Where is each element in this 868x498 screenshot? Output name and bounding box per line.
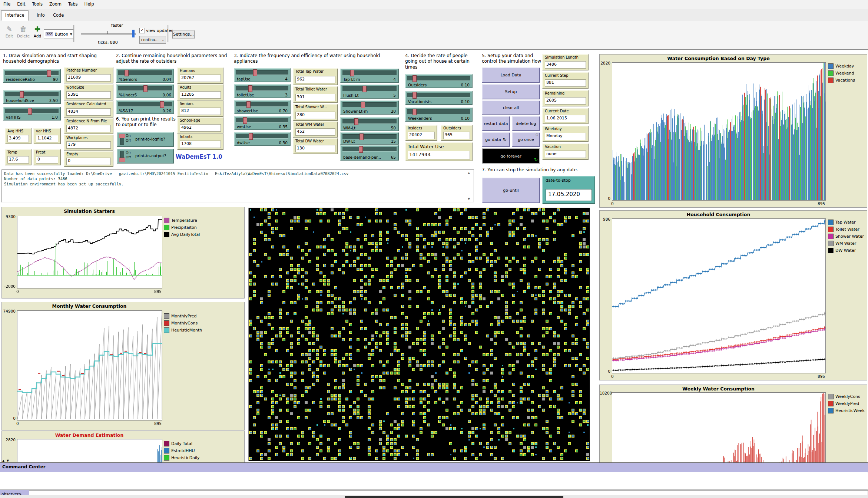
switch-knob[interactable] (119, 134, 125, 138)
settings-button[interactable]: Settings... (172, 30, 195, 39)
slider-handle[interactable] (253, 69, 257, 76)
slider-handle[interactable] (354, 118, 358, 125)
edit-button[interactable]: ✎ Edit (2, 24, 16, 38)
slider-handle[interactable] (249, 133, 253, 140)
menu-item-tools[interactable]: Tools (29, 0, 46, 8)
slider-weekenders[interactable]: Weekenders0.10 (405, 108, 473, 122)
slider-track[interactable] (342, 119, 397, 124)
slider-handle[interactable] (350, 70, 354, 76)
button-load-data[interactable]: Load Data (482, 67, 540, 83)
tab-code[interactable]: Code (49, 11, 67, 19)
slider-track[interactable] (236, 134, 288, 139)
update-mode-dropdown[interactable]: continu... ⌄ (139, 36, 166, 44)
slider-track[interactable] (407, 93, 470, 98)
tab-info[interactable]: Info (33, 11, 49, 19)
switch-knob[interactable] (119, 158, 125, 162)
slider-pct-seniors[interactable]: %Seniors0.04 (116, 69, 174, 83)
slider-handle[interactable] (28, 108, 32, 115)
button-go-data[interactable]: go-data↻ (482, 132, 510, 147)
slider-track[interactable] (236, 70, 288, 75)
world-view[interactable] (248, 208, 590, 461)
slider-toiletUse[interactable]: toiletUse3 (234, 84, 291, 98)
slider-track[interactable] (236, 102, 288, 107)
button-clear-all[interactable]: clear-all (482, 100, 540, 115)
slider-flush-lt[interactable]: Flush-Lt5 (340, 85, 399, 99)
slider-pct-under5[interactable]: %Under50.06 (116, 84, 174, 98)
slider-dwUse[interactable]: dwUse0.30 (234, 132, 291, 146)
switch-print-to-output[interactable]: OnOffprint-to-output? (117, 149, 174, 164)
slider-residenceRatio[interactable]: residenceRatio90 (3, 69, 61, 83)
slider-varHHS[interactable]: varHHS1.0 (3, 107, 61, 121)
slider-tapUse[interactable]: tapUse4 (234, 68, 291, 82)
widget-type-dropdown[interactable]: abc Button ▼ (44, 29, 74, 39)
button-go-forever[interactable]: go forever↻ (482, 148, 540, 164)
slider-handle[interactable] (160, 101, 164, 108)
slider-track[interactable] (342, 102, 397, 107)
slider-handle[interactable] (359, 146, 363, 153)
slider-handle[interactable] (246, 101, 251, 108)
slider-track[interactable] (342, 86, 397, 91)
world-view-canvas[interactable] (249, 208, 589, 460)
slider-householdSize[interactable]: householdSize3.50 (3, 90, 61, 104)
plot-scroll-down-icon[interactable]: ▼ (7, 459, 9, 462)
slider-handle[interactable] (143, 85, 148, 92)
menu-item-edit[interactable]: Edit (14, 0, 29, 8)
switch-print-to-logfile[interactable]: OnOffprint-to-logfile? (117, 132, 174, 147)
slider-dw-lt[interactable]: DW-Lt15 (340, 132, 399, 145)
delete-button[interactable]: 🗑 Delete (16, 24, 30, 38)
monitor-worldSize: worldSize5391 (64, 84, 113, 100)
slider-track[interactable] (407, 109, 470, 114)
slider-handle[interactable] (125, 70, 129, 76)
slider-track[interactable] (407, 76, 470, 81)
button-restart-data[interactable]: restart data (482, 116, 510, 131)
slider-showerUse[interactable]: showerUse0.70 (234, 100, 291, 114)
slider-value: 0.10 (461, 116, 470, 121)
button-setup[interactable]: Setup (482, 84, 540, 99)
slider-vacationists[interactable]: Vacationists0.10 (405, 91, 473, 105)
slider-value: 50 (391, 126, 396, 130)
speed-slider-track[interactable] (81, 33, 136, 35)
slider-handle[interactable] (413, 75, 417, 82)
slider-outsiders[interactable]: Outsiders0.10 (405, 74, 473, 88)
speed-slider-thumb[interactable] (132, 30, 135, 37)
slider-pct-5and17[interactable]: %5&170.26 (116, 100, 174, 114)
slider-handle[interactable] (360, 133, 364, 140)
axis-label: 0 (16, 421, 24, 426)
add-button[interactable]: ✚ Add (30, 24, 44, 38)
input-value[interactable]: 17.05.2020 (546, 189, 592, 201)
menu-item-help[interactable]: Help (81, 0, 97, 8)
input-date-to-stop[interactable]: date-to-stop17.05.2020 (542, 176, 595, 204)
slider-handle[interactable] (413, 109, 417, 115)
slider-base-demand[interactable]: base-demand-per...65 (340, 145, 399, 161)
slider-track[interactable] (236, 86, 288, 91)
slider-wmUse[interactable]: wmUse0.35 (234, 116, 291, 130)
menu-item-file[interactable]: File (0, 0, 14, 8)
button-go-once[interactable]: go onceG (512, 132, 540, 147)
view-updates-checkbox[interactable]: ✓ (139, 28, 145, 33)
output-scroll-up-icon[interactable]: ▲ (468, 171, 470, 175)
axis-label: 0 (2, 416, 16, 421)
slider-handle[interactable] (413, 92, 417, 99)
slider-shower-lt-m[interactable]: Shower-Lt-m20 (340, 100, 399, 115)
menu-item-tabs[interactable]: Tabs (65, 0, 81, 8)
plot-scroll-up-icon[interactable]: ▲ (2, 459, 4, 462)
slider-wm-lt[interactable]: WM-Lt50 (340, 117, 399, 131)
output-scroll-down-icon[interactable]: ▼ (468, 197, 470, 201)
slider-track[interactable] (342, 134, 397, 139)
netlogo-window: FileEditToolsZoomTabsHelp InterfaceInfoC… (0, 0, 868, 498)
button-go-until[interactable]: go-until (482, 178, 540, 203)
tab-interface[interactable]: Interface (1, 10, 29, 21)
button-delete-log[interactable]: delete log (512, 116, 540, 131)
slider-handle[interactable] (362, 86, 367, 92)
slider-tap-lt-m[interactable]: Tap-Lt-m4 (340, 69, 399, 83)
monitor-total-toilet-water: Total Toilet Water301 (293, 86, 338, 103)
slider-handle[interactable] (243, 117, 247, 124)
slider-track[interactable] (5, 92, 59, 97)
slider-handle[interactable] (248, 85, 252, 92)
slider-handle[interactable] (47, 70, 51, 77)
slider-handle[interactable] (20, 91, 24, 98)
menu-item-zoom[interactable]: Zoom (46, 0, 65, 8)
command-center-header[interactable]: Command Center (0, 462, 868, 472)
slider-track[interactable] (342, 147, 397, 152)
slider-handle[interactable] (361, 102, 365, 108)
